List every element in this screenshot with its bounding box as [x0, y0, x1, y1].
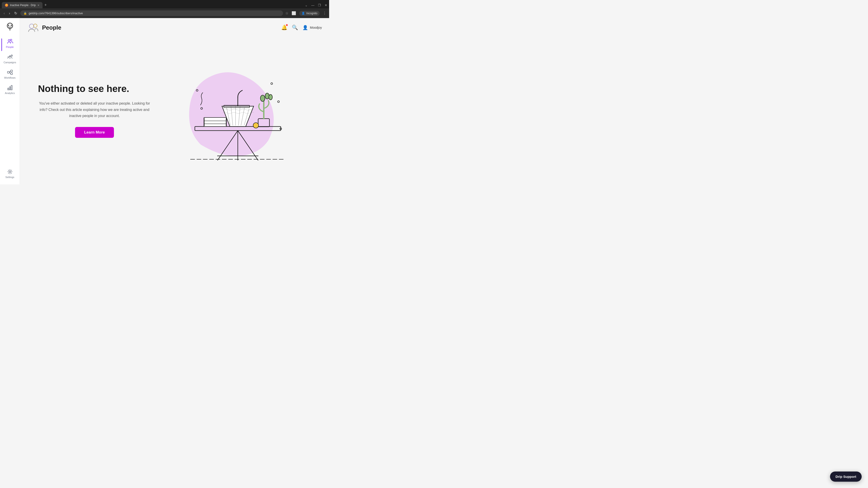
browser-menu-icon[interactable]: ⋮: [323, 11, 327, 15]
learn-more-button[interactable]: Learn More: [75, 127, 114, 138]
sidebar-item-analytics[interactable]: Analytics: [1, 82, 19, 97]
svg-point-15: [29, 24, 34, 29]
main-content: People 🔔 🔍 👤 Moodjoy Nothing to see here…: [20, 18, 329, 184]
top-bar: People 🔔 🔍 👤 Moodjoy: [20, 18, 329, 37]
lock-icon: 🔒: [24, 12, 27, 15]
svg-point-43: [278, 101, 279, 103]
notification-badge: [286, 24, 288, 26]
sidebar: People Campaigns Workflows: [0, 18, 20, 184]
app-container: People Campaigns Workflows: [0, 18, 329, 184]
svg-point-4: [10, 39, 12, 41]
close-icon[interactable]: ✕: [324, 3, 327, 7]
bookmark-icon[interactable]: ☆: [285, 11, 288, 15]
browser-tabs: 🙂 Inactive People · Drip × + ⌄ — ❐ ✕: [0, 0, 329, 8]
search-icon[interactable]: 🔍: [292, 25, 298, 31]
tab-favicon: 🙂: [5, 4, 8, 7]
app-logo[interactable]: [5, 22, 15, 32]
svg-point-1: [8, 25, 9, 26]
maximize-icon[interactable]: ❐: [318, 3, 321, 7]
sidebar-campaigns-label: Campaigns: [4, 61, 16, 64]
sidebar-analytics-label: Analytics: [5, 92, 15, 94]
incognito-icon: 👤: [302, 12, 305, 15]
user-name: Moodjoy: [310, 26, 322, 29]
svg-rect-11: [11, 86, 12, 90]
empty-state-illustration: [164, 54, 311, 167]
svg-rect-17: [195, 127, 281, 131]
workflows-icon: [7, 69, 13, 75]
svg-point-38: [269, 94, 272, 100]
toolbar-actions: ☆ ⬜ 👤 Incognito ⋮: [285, 11, 327, 16]
notifications-button[interactable]: 🔔: [281, 25, 287, 31]
chevron-down-icon: ⌄: [305, 3, 308, 7]
svg-point-5: [11, 55, 12, 56]
user-avatar-icon: 👤: [303, 25, 308, 30]
new-tab-button[interactable]: +: [42, 2, 49, 8]
url-input[interactable]: [29, 11, 280, 15]
desk-illustration: [190, 61, 285, 160]
address-bar[interactable]: 🔒: [20, 10, 283, 16]
sidebar-item-people[interactable]: People: [1, 36, 19, 51]
minimize-icon[interactable]: —: [311, 3, 314, 7]
browser-chrome: 🙂 Inactive People · Drip × + ⌄ — ❐ ✕ ‹ ›…: [0, 0, 329, 18]
svg-point-39: [253, 123, 258, 128]
svg-rect-8: [11, 73, 12, 74]
page-header: People: [27, 22, 61, 33]
back-button[interactable]: ‹: [3, 10, 6, 16]
svg-point-36: [260, 95, 265, 101]
top-bar-actions: 🔔 🔍 👤 Moodjoy: [281, 25, 322, 31]
sidebar-workflows-label: Workflows: [4, 76, 16, 79]
svg-point-3: [8, 39, 10, 41]
svg-rect-9: [8, 88, 9, 90]
active-tab[interactable]: 🙂 Inactive People · Drip ×: [2, 2, 42, 8]
browser-toolbar: ‹ › ↻ 🔒 ☆ ⬜ 👤 Incognito ⋮: [0, 8, 329, 18]
svg-rect-30: [204, 118, 226, 127]
empty-state-description: You've either activated or deleted all y…: [38, 100, 151, 119]
svg-rect-6: [7, 71, 9, 73]
extensions-icon[interactable]: ⬜: [291, 11, 296, 15]
svg-rect-7: [11, 70, 12, 72]
svg-rect-10: [9, 87, 10, 90]
sidebar-people-label: People: [6, 46, 13, 48]
svg-point-0: [7, 23, 13, 29]
page-title: People: [42, 24, 61, 31]
svg-point-12: [9, 171, 11, 173]
drip-logo-icon: [5, 22, 14, 31]
incognito-button[interactable]: 👤 Incognito: [299, 11, 320, 16]
tab-title: Inactive People · Drip: [10, 4, 36, 7]
incognito-label: Incognito: [306, 12, 317, 15]
svg-rect-35: [258, 119, 270, 127]
empty-state-title: Nothing to see here.: [38, 84, 151, 94]
forward-button[interactable]: ›: [8, 10, 11, 16]
page-header-people-icon: [27, 22, 39, 33]
empty-state-text: Nothing to see here. You've either activ…: [38, 84, 151, 138]
campaigns-icon: [7, 54, 13, 60]
svg-point-42: [201, 107, 203, 109]
analytics-icon: [7, 85, 13, 91]
sidebar-item-settings[interactable]: Settings: [1, 166, 19, 181]
svg-point-2: [11, 25, 12, 26]
sidebar-item-workflows[interactable]: Workflows: [1, 67, 19, 81]
content-area: Nothing to see here. You've either activ…: [20, 37, 329, 184]
settings-icon: [7, 168, 13, 175]
user-menu-button[interactable]: 👤 Moodjoy: [303, 25, 322, 30]
sidebar-settings-label: Settings: [5, 176, 14, 178]
people-icon: [7, 38, 13, 45]
refresh-button[interactable]: ↻: [13, 10, 18, 16]
tab-controls: ⌄ — ❐ ✕: [305, 3, 327, 7]
tab-close-button[interactable]: ×: [37, 3, 39, 7]
svg-point-41: [196, 90, 198, 91]
svg-point-40: [271, 83, 273, 85]
svg-point-37: [265, 93, 269, 99]
sidebar-item-campaigns[interactable]: Campaigns: [1, 52, 19, 66]
